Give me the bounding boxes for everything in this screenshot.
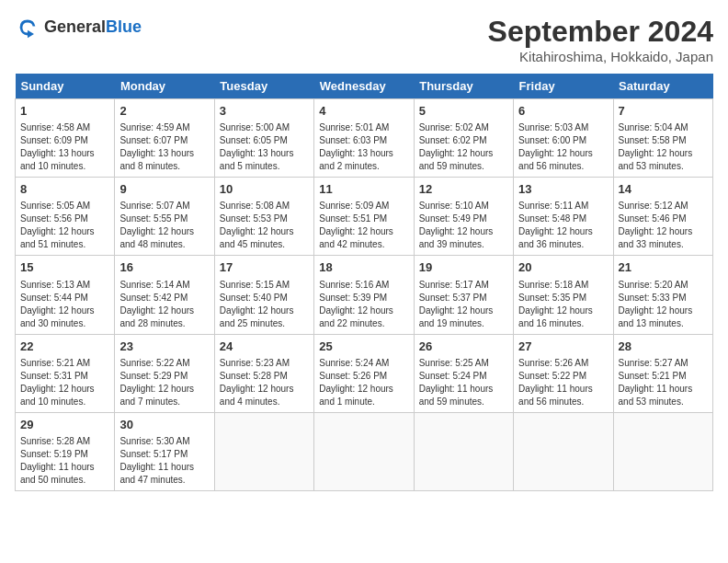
col-header-wednesday: Wednesday — [314, 74, 414, 99]
day-cell-16: 16Sunrise: 5:14 AMSunset: 5:42 PMDayligh… — [115, 256, 214, 334]
day-info: Sunrise: 5:17 AMSunset: 5:37 PMDaylight:… — [419, 279, 508, 330]
day-info: Sunrise: 5:12 AMSunset: 5:46 PMDaylight:… — [619, 200, 708, 251]
day-info: Sunrise: 5:27 AMSunset: 5:21 PMDaylight:… — [619, 357, 708, 408]
day-cell-26: 26Sunrise: 5:25 AMSunset: 5:24 PMDayligh… — [414, 334, 513, 412]
day-number: 11 — [319, 181, 408, 198]
day-number: 30 — [119, 417, 209, 433]
day-number: 9 — [119, 181, 209, 198]
day-cell-15: 15Sunrise: 5:13 AMSunset: 5:44 PMDayligh… — [16, 256, 115, 334]
day-number: 22 — [20, 339, 109, 355]
day-cell-6: 6Sunrise: 5:03 AMSunset: 6:00 PMDaylight… — [514, 99, 613, 178]
day-cell-19: 19Sunrise: 5:17 AMSunset: 5:37 PMDayligh… — [414, 256, 513, 334]
day-info: Sunrise: 5:21 AMSunset: 5:31 PMDaylight:… — [20, 357, 109, 408]
day-cell-1: 1Sunrise: 4:58 AMSunset: 6:09 PMDaylight… — [16, 99, 115, 178]
day-number: 21 — [619, 259, 708, 276]
day-cell-11: 11Sunrise: 5:09 AMSunset: 5:51 PMDayligh… — [314, 178, 414, 256]
day-cell-3: 3Sunrise: 5:00 AMSunset: 6:05 PMDaylight… — [214, 99, 313, 178]
day-info: Sunrise: 5:14 AMSunset: 5:42 PMDaylight:… — [119, 279, 209, 330]
day-info: Sunrise: 5:13 AMSunset: 5:44 PMDaylight:… — [20, 279, 109, 330]
day-cell-23: 23Sunrise: 5:22 AMSunset: 5:29 PMDayligh… — [115, 334, 214, 412]
day-cell-22: 22Sunrise: 5:21 AMSunset: 5:31 PMDayligh… — [16, 334, 115, 412]
col-header-friday: Friday — [514, 74, 613, 99]
day-info: Sunrise: 5:25 AMSunset: 5:24 PMDaylight:… — [419, 357, 508, 408]
day-info: Sunrise: 5:16 AMSunset: 5:39 PMDaylight:… — [319, 279, 408, 330]
day-cell-30: 30Sunrise: 5:30 AMSunset: 5:17 PMDayligh… — [115, 412, 214, 490]
day-info: Sunrise: 5:08 AMSunset: 5:53 PMDaylight:… — [220, 200, 309, 251]
logo: GeneralBlue — [15, 15, 142, 40]
empty-cell — [514, 412, 613, 490]
col-header-saturday: Saturday — [613, 74, 712, 99]
day-number: 4 — [319, 103, 408, 120]
day-number: 26 — [419, 339, 508, 355]
day-number: 18 — [319, 259, 408, 276]
day-cell-17: 17Sunrise: 5:15 AMSunset: 5:40 PMDayligh… — [214, 256, 313, 334]
day-cell-14: 14Sunrise: 5:12 AMSunset: 5:46 PMDayligh… — [613, 178, 712, 256]
day-info: Sunrise: 5:30 AMSunset: 5:17 PMDaylight:… — [119, 435, 209, 487]
day-number: 7 — [619, 103, 708, 120]
day-info: Sunrise: 5:18 AMSunset: 5:35 PMDaylight:… — [518, 279, 608, 330]
day-number: 23 — [119, 339, 209, 355]
day-number: 8 — [20, 181, 109, 198]
day-info: Sunrise: 5:15 AMSunset: 5:40 PMDaylight:… — [220, 279, 309, 330]
col-header-sunday: Sunday — [16, 74, 115, 99]
empty-cell — [214, 412, 313, 490]
logo-icon — [15, 15, 40, 40]
day-number: 19 — [419, 259, 508, 276]
day-cell-7: 7Sunrise: 5:04 AMSunset: 5:58 PMDaylight… — [613, 99, 712, 178]
day-number: 5 — [419, 103, 508, 120]
day-cell-21: 21Sunrise: 5:20 AMSunset: 5:33 PMDayligh… — [613, 256, 712, 334]
day-cell-27: 27Sunrise: 5:26 AMSunset: 5:22 PMDayligh… — [514, 334, 613, 412]
day-info: Sunrise: 5:24 AMSunset: 5:26 PMDaylight:… — [319, 357, 408, 408]
day-cell-24: 24Sunrise: 5:23 AMSunset: 5:28 PMDayligh… — [214, 334, 313, 412]
page-header: GeneralBlue September 2024 Kitahiroshima… — [15, 15, 713, 64]
day-cell-20: 20Sunrise: 5:18 AMSunset: 5:35 PMDayligh… — [514, 256, 613, 334]
day-info: Sunrise: 5:07 AMSunset: 5:55 PMDaylight:… — [119, 200, 209, 251]
day-number: 29 — [20, 417, 109, 433]
day-info: Sunrise: 5:09 AMSunset: 5:51 PMDaylight:… — [319, 200, 408, 251]
day-info: Sunrise: 4:58 AMSunset: 6:09 PMDaylight:… — [20, 121, 109, 173]
day-number: 20 — [518, 259, 608, 276]
day-cell-13: 13Sunrise: 5:11 AMSunset: 5:48 PMDayligh… — [514, 178, 613, 256]
day-number: 17 — [220, 259, 309, 276]
day-info: Sunrise: 5:00 AMSunset: 6:05 PMDaylight:… — [220, 121, 309, 173]
day-cell-4: 4Sunrise: 5:01 AMSunset: 6:03 PMDaylight… — [314, 99, 414, 178]
empty-cell — [414, 412, 513, 490]
day-number: 24 — [220, 339, 309, 355]
day-info: Sunrise: 5:05 AMSunset: 5:56 PMDaylight:… — [20, 200, 109, 251]
day-cell-5: 5Sunrise: 5:02 AMSunset: 6:02 PMDaylight… — [414, 99, 513, 178]
col-header-monday: Monday — [115, 74, 214, 99]
day-info: Sunrise: 5:11 AMSunset: 5:48 PMDaylight:… — [518, 200, 608, 251]
day-number: 16 — [119, 259, 209, 276]
day-cell-9: 9Sunrise: 5:07 AMSunset: 5:55 PMDaylight… — [115, 178, 214, 256]
month-title: September 2024 — [488, 15, 713, 49]
day-info: Sunrise: 5:26 AMSunset: 5:22 PMDaylight:… — [518, 357, 608, 408]
day-number: 12 — [419, 181, 508, 198]
day-number: 6 — [518, 103, 608, 120]
day-number: 3 — [220, 103, 309, 120]
day-info: Sunrise: 5:02 AMSunset: 6:02 PMDaylight:… — [419, 121, 508, 173]
day-number: 27 — [518, 339, 608, 355]
day-cell-18: 18Sunrise: 5:16 AMSunset: 5:39 PMDayligh… — [314, 256, 414, 334]
day-number: 25 — [319, 339, 408, 355]
logo-text: GeneralBlue — [44, 18, 142, 37]
day-info: Sunrise: 5:10 AMSunset: 5:49 PMDaylight:… — [419, 200, 508, 251]
day-info: Sunrise: 5:28 AMSunset: 5:19 PMDaylight:… — [20, 435, 109, 487]
col-header-tuesday: Tuesday — [214, 74, 313, 99]
day-cell-28: 28Sunrise: 5:27 AMSunset: 5:21 PMDayligh… — [613, 334, 712, 412]
day-cell-29: 29Sunrise: 5:28 AMSunset: 5:19 PMDayligh… — [16, 412, 115, 490]
location-subtitle: Kitahiroshima, Hokkaido, Japan — [488, 49, 713, 64]
day-number: 2 — [119, 103, 209, 120]
day-cell-8: 8Sunrise: 5:05 AMSunset: 5:56 PMDaylight… — [16, 178, 115, 256]
day-number: 15 — [20, 259, 109, 276]
calendar-table: SundayMondayTuesdayWednesdayThursdayFrid… — [15, 74, 713, 491]
day-number: 13 — [518, 181, 608, 198]
day-number: 10 — [220, 181, 309, 198]
day-cell-2: 2Sunrise: 4:59 AMSunset: 6:07 PMDaylight… — [115, 99, 214, 178]
day-number: 1 — [20, 103, 109, 120]
day-info: Sunrise: 5:01 AMSunset: 6:03 PMDaylight:… — [319, 121, 408, 173]
day-number: 28 — [619, 339, 708, 355]
day-cell-25: 25Sunrise: 5:24 AMSunset: 5:26 PMDayligh… — [314, 334, 414, 412]
empty-cell — [314, 412, 414, 490]
empty-cell — [613, 412, 712, 490]
day-info: Sunrise: 5:04 AMSunset: 5:58 PMDaylight:… — [619, 121, 708, 173]
